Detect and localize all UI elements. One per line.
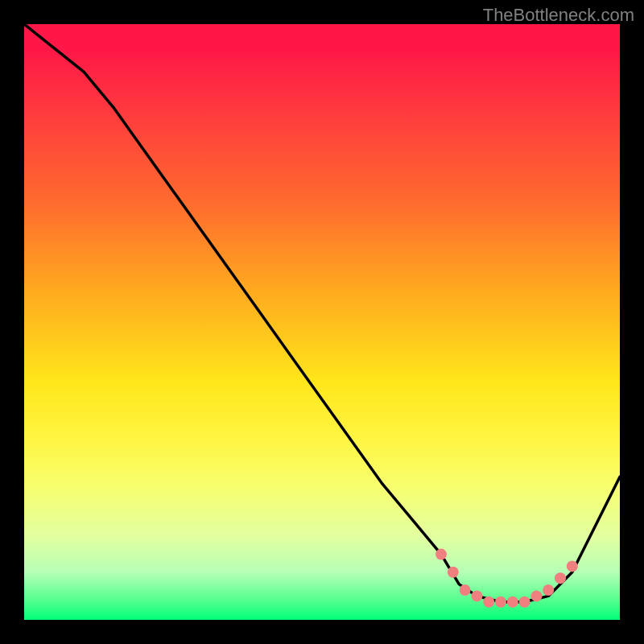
marker-dot <box>460 584 471 596</box>
marker-dot <box>519 597 530 608</box>
marker-dot <box>495 597 506 608</box>
marker-dot <box>543 584 554 596</box>
bottleneck-curve <box>24 24 620 620</box>
chart-plot-area <box>24 24 620 620</box>
marker-dot <box>436 549 447 560</box>
marker-dot <box>555 572 566 584</box>
marker-dot <box>507 597 518 608</box>
curve-path <box>24 24 620 602</box>
marker-dot <box>483 597 494 608</box>
attribution-label: TheBottleneck.com <box>483 5 634 26</box>
marker-dot <box>471 590 482 601</box>
marker-dot <box>530 590 542 601</box>
marker-dot <box>567 560 578 572</box>
marker-dot <box>448 567 459 578</box>
